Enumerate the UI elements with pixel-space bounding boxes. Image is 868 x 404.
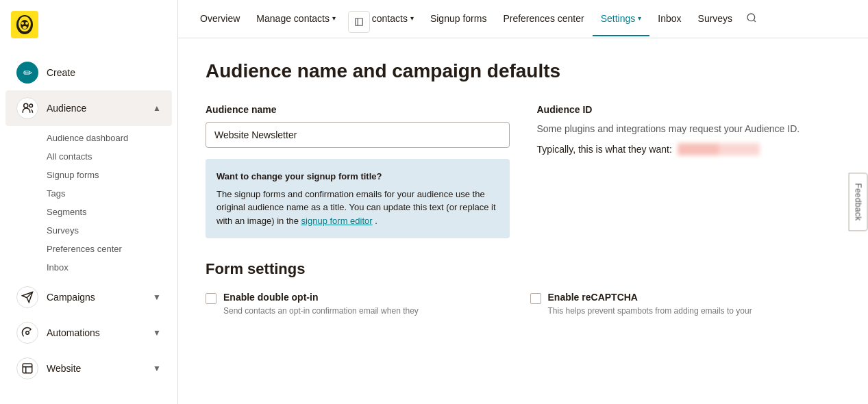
mailchimp-logo [11,11,38,38]
svg-point-5 [25,22,28,25]
svg-point-4 [21,22,24,25]
topnav-preferences-center[interactable]: Preferences center [495,2,592,36]
svg-point-7 [24,103,28,108]
recaptcha-checkbox[interactable] [530,293,541,304]
svg-point-6 [23,26,27,29]
website-icon [16,357,38,379]
sidebar-item-automations-label: Automations [47,327,145,338]
sidebar-sub-segments[interactable]: Segments [41,203,177,221]
website-chevron-icon: ▼ [153,364,161,373]
double-opt-in-label: Enable double opt-in [223,292,419,303]
manage-contacts-chevron-icon: ▾ [332,14,336,22]
sidebar-item-campaigns[interactable]: Campaigns ▼ [5,279,172,315]
topnav-manage-contacts[interactable]: Manage contacts ▾ [248,2,344,36]
audience-icon [16,97,38,119]
audience-id-typically: Typically, this is what they want: [537,144,672,155]
sidebar-sub-preferences-center[interactable]: Preferences center [41,240,177,258]
sidebar-item-create[interactable]: ✏ Create [5,55,172,90]
recaptcha-label: Enable reCAPTCHA [548,292,752,303]
sidebar-sub-audience-dashboard[interactable]: Audience dashboard [41,129,177,147]
audience-id-blurred [678,143,760,155]
svg-point-13 [747,14,755,21]
audience-id-label: Audience ID [537,104,841,115]
svg-line-14 [754,20,756,22]
recaptcha-row: Enable reCAPTCHA This helps prevent spam… [530,292,841,317]
sidebar-sub-signup-forms[interactable]: Signup forms [41,166,177,184]
sidebar-logo [0,0,177,49]
settings-chevron-icon: ▾ [638,14,641,22]
sidebar-item-website-label: Website [47,363,145,374]
sidebar: ✏ Create Audience ▲ Audience dashboard A… [0,0,178,404]
audience-sub-menu: Audience dashboard All contacts Signup f… [0,126,177,279]
page-title: Audience name and campaign defaults [206,60,841,82]
svg-rect-11 [356,18,363,26]
form-settings-grid: Enable double opt-in Send contacts an op… [206,292,841,317]
info-box: Want to change your signup form title? T… [206,159,510,238]
campaigns-chevron-icon: ▼ [153,292,161,302]
audience-id-desc: Some plugins and integrations may reques… [537,122,841,136]
sidebar-sub-all-contacts[interactable]: All contacts [41,147,177,166]
topnav-surveys[interactable]: Surveys [690,2,741,36]
info-box-end: . [375,216,377,226]
sidebar-item-create-label: Create [47,67,161,78]
sidebar-sub-surveys[interactable]: Surveys [41,221,177,240]
topnav-inbox[interactable]: Inbox [649,2,689,36]
svg-rect-10 [23,364,32,373]
sidebar-nav: ✏ Create Audience ▲ Audience dashboard A… [0,49,177,404]
audience-id-column: Audience ID Some plugins and integration… [537,104,841,238]
double-opt-in-row: Enable double opt-in Send contacts an op… [206,292,517,317]
audience-chevron-icon: ▲ [153,103,161,113]
sidebar-item-automations[interactable]: Automations ▼ [5,315,172,351]
double-opt-in-desc: Send contacts an opt-in confirmation ema… [223,305,419,317]
content-area: Audience name and campaign defaults Audi… [178,38,868,404]
feedback-tab[interactable]: Feedback [848,173,867,231]
automations-chevron-icon: ▼ [153,328,161,338]
audience-id-value-row: Typically, this is what they want: [537,143,841,155]
topnav: Overview Manage contacts ▾ Add contacts … [178,0,868,38]
topnav-signup-forms[interactable]: Signup forms [422,2,495,36]
form-settings-title: Form settings [206,260,841,278]
audience-name-column: Audience name Want to change your signup… [206,104,510,238]
sidebar-item-audience[interactable]: Audience ▲ [5,90,172,126]
svg-point-9 [26,331,29,335]
audience-name-section: Audience name Want to change your signup… [206,104,841,238]
sidebar-item-campaigns-label: Campaigns [47,292,145,303]
main-wrapper: Overview Manage contacts ▾ Add contacts … [178,0,868,404]
audience-name-input[interactable] [206,122,510,148]
double-opt-in-checkbox[interactable] [206,293,216,304]
sidebar-sub-tags[interactable]: Tags [41,184,177,203]
form-settings-section: Form settings Enable double opt-in Send … [206,260,841,317]
sidebar-sub-inbox[interactable]: Inbox [41,258,177,277]
sidebar-item-website[interactable]: Website ▼ [5,351,172,386]
info-box-heading: Want to change your signup form title? [216,170,499,184]
search-button[interactable] [741,1,762,37]
svg-point-8 [29,104,33,108]
automations-icon [16,322,38,344]
topnav-overview[interactable]: Overview [192,2,248,36]
create-icon: ✏ [16,62,38,84]
sidebar-item-audience-label: Audience [47,103,145,114]
signup-form-editor-link[interactable]: signup form editor [301,216,373,226]
audience-name-label: Audience name [206,104,510,115]
sidebar-toggle-button[interactable] [348,11,370,33]
topnav-settings[interactable]: Settings ▾ [593,2,650,36]
recaptcha-desc: This helps prevent spambots from adding … [548,305,752,317]
campaigns-icon [16,286,38,308]
add-contacts-chevron-icon: ▾ [410,14,414,22]
